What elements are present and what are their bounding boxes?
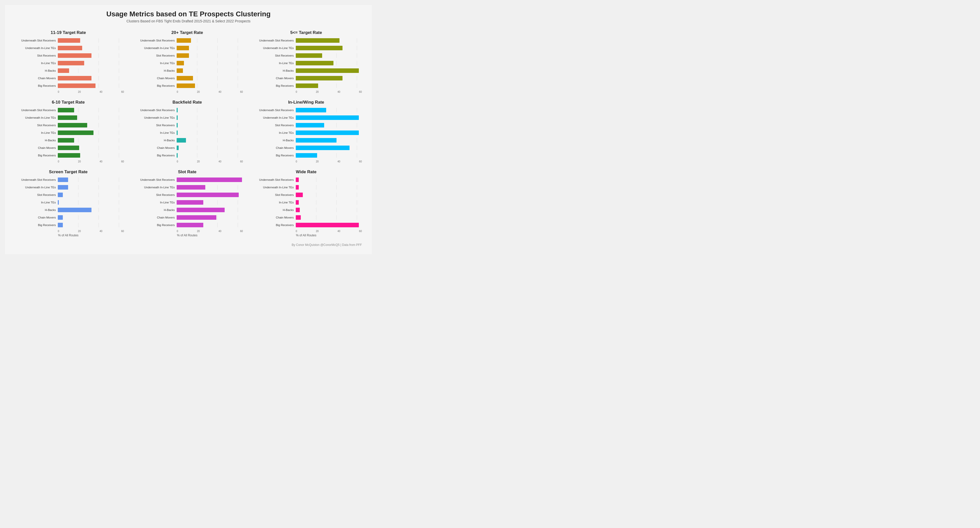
x-tick: 40	[100, 160, 102, 163]
bar-row: Chain Movers	[251, 214, 362, 221]
bar-fill	[177, 131, 178, 135]
chart-title-4: Backfield Rate	[131, 100, 243, 105]
bar-fill	[58, 76, 91, 80]
bar-fill	[58, 69, 69, 73]
x-tick: 20	[78, 91, 81, 93]
bar-fill	[58, 177, 68, 182]
grid-line	[99, 61, 99, 65]
bar-row: Underneath In-Line TEs	[251, 184, 362, 191]
bar-label: Chain Movers	[13, 77, 58, 80]
bar-fill	[58, 215, 63, 220]
grid-line	[238, 83, 238, 88]
bar-row: Underneath Slot Receivers	[131, 107, 243, 113]
bar-fill	[58, 193, 63, 197]
grid-line	[197, 123, 197, 128]
bar-label: H-Backs	[251, 69, 296, 72]
x-tick: 0	[177, 91, 178, 93]
bar-label: In-Line TEs	[251, 131, 296, 134]
bar-fill	[177, 223, 203, 227]
bar-label: Underneath In-Line TEs	[251, 186, 296, 189]
grid-line	[197, 53, 197, 58]
grid-line	[99, 108, 99, 112]
x-tick: 40	[100, 91, 102, 93]
page-container: Usage Metrics based on TE Prospects Clus…	[5, 5, 372, 254]
grid-line	[217, 69, 218, 73]
grid-line	[217, 223, 218, 227]
bar-row: Big Receivers	[251, 152, 362, 159]
bottom-credit: By Conor McQuiston @ConorMcQ5 | Data fro…	[13, 243, 364, 247]
grid-line	[336, 153, 337, 158]
bar-fill	[58, 153, 80, 158]
bar-fill	[58, 138, 74, 142]
x-axis-ticks: 0204060	[296, 90, 362, 93]
bar-row: Chain Movers	[251, 75, 362, 81]
bar-row: Underneath In-Line TEs	[131, 45, 243, 51]
bar-row: Slot Receivers	[131, 52, 243, 59]
grid-line	[238, 131, 238, 135]
chart-title-3: 6-10 Target Rate	[13, 100, 124, 105]
bar-label: In-Line TEs	[131, 131, 177, 134]
bar-fill	[177, 215, 216, 220]
bar-row: Slot Receivers	[13, 52, 124, 59]
bar-label: Chain Movers	[13, 216, 58, 219]
chart-title-8: Wide Rate	[251, 169, 362, 174]
bar-fill	[296, 223, 359, 227]
bar-row: In-Line TEs	[251, 129, 362, 136]
bar-row: Underneath In-Line TEs	[13, 45, 124, 51]
bar-label: Slot Receivers	[13, 193, 58, 196]
x-tick: 40	[219, 91, 221, 93]
bar-label: Slot Receivers	[13, 54, 58, 57]
bar-row: Big Receivers	[131, 83, 243, 89]
bar-label: Underneath Slot Receivers	[13, 108, 58, 112]
bar-label: Underneath Slot Receivers	[251, 39, 296, 42]
grid-line	[357, 138, 357, 142]
grid-line	[119, 185, 119, 190]
grid-line	[197, 38, 197, 43]
grid-line	[197, 145, 197, 150]
x-axis-ticks: 0204060	[177, 229, 243, 233]
bar-row: Underneath Slot Receivers	[13, 177, 124, 183]
bar-fill	[58, 108, 74, 112]
grid-line	[357, 193, 357, 197]
bar-label: Underneath In-Line TEs	[13, 46, 58, 49]
grid-line	[197, 46, 197, 50]
bar-row: H-Backs	[131, 137, 243, 144]
bar-row: H-Backs	[131, 207, 243, 213]
bar-row: Underneath In-Line TEs	[251, 115, 362, 121]
x-tick: 40	[100, 230, 102, 233]
grid-line	[336, 61, 337, 65]
bar-label: Big Receivers	[131, 223, 177, 227]
bar-fill	[58, 115, 77, 120]
x-tick: 20	[316, 230, 319, 233]
bar-label: Chain Movers	[251, 216, 296, 219]
grid-line	[238, 69, 238, 73]
x-axis-ticks: 0204060	[296, 160, 362, 163]
grid-line	[99, 215, 99, 220]
bar-row: In-Line TEs	[251, 199, 362, 206]
bar-label: Underneath Slot Receivers	[251, 178, 296, 181]
grid-line	[357, 76, 357, 80]
grid-line	[357, 177, 357, 182]
bar-fill	[296, 215, 301, 220]
chart-title-2: 5<= Target Rate	[251, 30, 362, 35]
x-tick: 20	[316, 91, 319, 93]
x-tick: 20	[197, 160, 200, 163]
bar-row: Underneath In-Line TEs	[131, 184, 243, 191]
bar-label: H-Backs	[251, 139, 296, 142]
grid-line	[99, 200, 99, 205]
grid-line	[119, 138, 119, 142]
grid-line	[78, 193, 78, 197]
chart-panel-5: In-Line/Wing RateUnderneath Slot Receive…	[251, 98, 364, 165]
bar-fill	[177, 193, 239, 197]
chart-panel-7: Slot RateUnderneath Slot ReceiversUndern…	[131, 167, 245, 239]
bar-fill	[296, 108, 326, 112]
grid-line	[78, 108, 78, 112]
x-axis-label: % of All Routes	[13, 234, 124, 237]
bar-row: Underneath Slot Receivers	[131, 177, 243, 183]
bar-fill	[177, 200, 203, 205]
bar-fill	[58, 223, 63, 227]
bar-label: H-Backs	[13, 69, 58, 72]
chart-panel-1: 20+ Target RateUnderneath Slot Receivers…	[131, 28, 245, 95]
grid-line	[336, 83, 337, 88]
bar-label: Chain Movers	[13, 146, 58, 149]
